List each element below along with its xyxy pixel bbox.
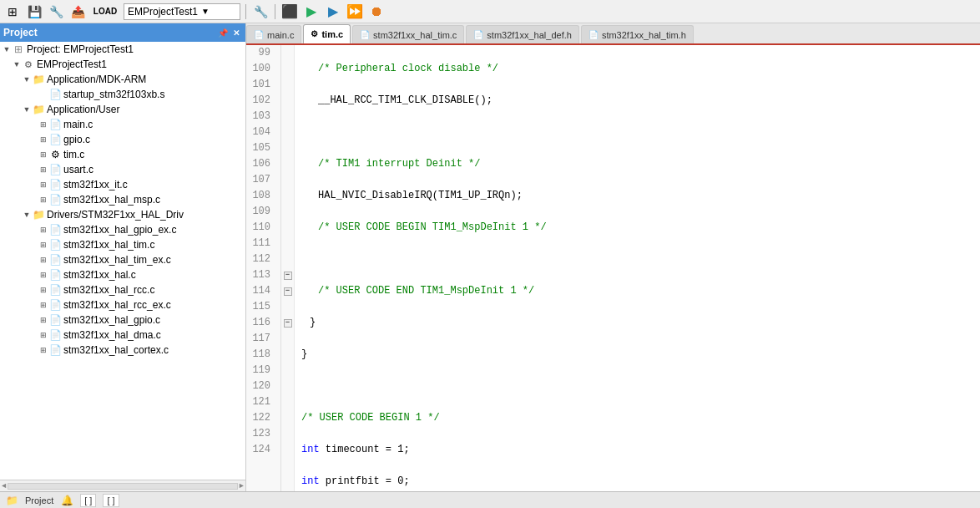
code-token: /* USER CODE BEGIN 1 */ — [301, 410, 440, 426]
tab-hal-tim-h[interactable]: 📄 stm32f1xx_hal_tim.h — [581, 25, 694, 43]
code-token: timecount = 1; — [320, 442, 410, 458]
sidebar-pin-icon[interactable]: 📌 — [217, 27, 229, 38]
ln-123: 123 — [246, 426, 275, 442]
toolbar-btn-stop[interactable]: ⬛ — [280, 3, 299, 21]
code-line-112: int printfbit = 0; — [301, 474, 980, 490]
ln-102: 102 — [246, 93, 275, 109]
ln-109: 109 — [246, 204, 275, 220]
expander-hal-gpio-ex: ⊞ — [38, 225, 48, 235]
icon-app-mdk: 📁 — [32, 73, 45, 86]
tree-item-it-c[interactable]: ⊞ 📄 stm32f1xx_it.c — [0, 177, 245, 192]
icon-tim-c: ⚙ — [48, 148, 62, 161]
collapse-114[interactable]: − — [284, 287, 292, 296]
status-icon-bell[interactable]: 🔔 — [60, 494, 73, 507]
expander-hal-c: ⊞ — [38, 270, 48, 280]
ln-105: 105 — [246, 140, 275, 156]
tab-hal-tim-c[interactable]: 📄 stm32f1xx_hal_tim.c — [352, 25, 464, 43]
col-113[interactable]: − — [281, 267, 294, 283]
col-121 — [281, 394, 294, 410]
code-line-110: /* USER CODE BEGIN 1 */ — [301, 410, 980, 426]
toolbar-btn-step[interactable]: ⏩ — [346, 3, 364, 21]
tree-item-app-user[interactable]: ▼ 📁 Application/User — [0, 102, 245, 117]
code-token: printfbit = 0; — [320, 474, 410, 490]
collapse-113[interactable]: − — [284, 272, 292, 280]
icon-hal-rcc: 📄 — [48, 283, 62, 297]
toolbar-btn-play[interactable]: ▶ — [324, 3, 342, 21]
code-line-100: __HAL_RCC_TIM1_CLK_DISABLE(); — [301, 93, 980, 109]
tree-item-startup[interactable]: ▶ 📄 startup_stm32f103xb.s — [0, 87, 245, 102]
toolbar-icon-1[interactable]: ⊞ — [3, 3, 22, 21]
tab-icon-hal-tim-c: 📄 — [360, 30, 370, 39]
ln-120: 120 — [246, 378, 275, 394]
collapse-116[interactable]: − — [284, 319, 292, 328]
tree-item-hal-tim[interactable]: ⊞ 📄 stm32f1xx_hal_tim.c — [0, 237, 245, 252]
label-emproject: EMProjectTest1 — [37, 58, 245, 70]
sidebar-title: Project — [3, 27, 38, 38]
main-area: Project 📌 ✕ ▼ ⊞ Project: EMProjectTest1 … — [0, 23, 980, 491]
label-hal-tim: stm32f1xx_hal_tim.c — [63, 239, 245, 251]
code-token: /* USER CODE END TIM1_MspDeInit 1 */ — [318, 283, 534, 299]
expander-hal-cortex: ⊞ — [38, 345, 48, 355]
ln-116: 116 — [246, 315, 275, 331]
tree-item-tim-c[interactable]: ⊞ ⚙ tim.c — [0, 147, 245, 162]
tab-label-hal-def-h: stm32f1xx_hal_def.h — [487, 30, 572, 40]
tree-item-root[interactable]: ▼ ⊞ Project: EMProjectTest1 — [0, 42, 245, 57]
tree-item-hal-dma[interactable]: ⊞ 📄 stm32f1xx_hal_dma.c — [0, 328, 245, 343]
tree-item-app-mdk[interactable]: ▼ 📁 Application/MDK-ARM — [0, 72, 245, 87]
code-line-101 — [301, 124, 980, 140]
toolbar-icon-2[interactable]: 💾 — [25, 3, 43, 21]
expander-app-user: ▼ — [22, 104, 32, 114]
toolbar-icon-load[interactable]: LOAD — [90, 3, 120, 21]
tree-item-hal-c[interactable]: ⊞ 📄 stm32f1xx_hal.c — [0, 267, 245, 282]
expander-usart-c: ⊞ — [38, 165, 48, 175]
tree-item-drivers[interactable]: ▼ 📁 Drivers/STM32F1xx_HAL_Driv — [0, 207, 245, 222]
ln-110: 110 — [246, 220, 275, 236]
tree-item-hal-gpio[interactable]: ⊞ 📄 stm32f1xx_hal_gpio.c — [0, 312, 245, 328]
toolbar-sep-1 — [245, 4, 246, 19]
icon-app-user: 📁 — [32, 103, 45, 116]
col-116[interactable]: − — [281, 315, 294, 331]
toolbar-icon-3[interactable]: 🔧 — [47, 3, 65, 21]
toolbar-icon-tools[interactable]: 🔧 — [251, 3, 270, 21]
tab-main-c[interactable]: 📄 main.c — [246, 25, 301, 43]
status-box-1[interactable]: [ ] — [80, 494, 96, 507]
tree-item-usart-c[interactable]: ⊞ 📄 usart.c — [0, 162, 245, 177]
tree-item-emproject[interactable]: ▼ ⚙ EMProjectTest1 — [0, 57, 245, 72]
tab-tim-c[interactable]: ⚙ tim.c — [303, 24, 351, 44]
tree-item-hal-gpio-ex[interactable]: ⊞ 📄 stm32f1xx_hal_gpio_ex.c — [0, 222, 245, 237]
tree-item-hal-msp-c[interactable]: ⊞ 📄 stm32f1xx_hal_msp.c — [0, 192, 245, 207]
tree-item-hal-tim-ex[interactable]: ⊞ 📄 stm32f1xx_hal_tim_ex.c — [0, 252, 245, 267]
label-hal-rcc-ex: stm32f1xx_hal_rcc_ex.c — [63, 299, 245, 311]
ln-107: 107 — [246, 172, 275, 188]
tree-item-main-c[interactable]: ⊞ 📄 main.c — [0, 117, 245, 132]
toolbar-btn-pause[interactable]: ▶ — [302, 3, 321, 21]
col-114[interactable]: − — [281, 283, 294, 299]
code-token: } — [301, 347, 307, 363]
col-115 — [281, 299, 294, 315]
tabs-bar: 📄 main.c ⚙ tim.c 📄 stm32f1xx_hal_tim.c 📄… — [246, 23, 980, 45]
tree-item-hal-rcc-ex[interactable]: ⊞ 📄 stm32f1xx_hal_rcc_ex.c — [0, 297, 245, 312]
code-content[interactable]: /* Peripheral clock disable */ __HAL_RCC… — [295, 45, 980, 491]
col-112 — [281, 251, 294, 267]
status-box-2[interactable]: [ ] — [103, 494, 119, 507]
icon-hal-gpio: 📄 — [48, 313, 62, 327]
expander-hal-rcc: ⊞ — [38, 285, 48, 295]
code-line-109 — [301, 378, 980, 394]
icon-hal-tim-ex: 📄 — [48, 253, 62, 267]
tree-item-hal-cortex[interactable]: ⊞ 📄 stm32f1xx_hal_cortex.c — [0, 343, 245, 358]
tree-item-hal-rcc[interactable]: ⊞ 📄 stm32f1xx_hal_rcc.c — [0, 282, 245, 297]
toolbar-icon-4[interactable]: 📤 — [68, 3, 87, 21]
tab-icon-hal-def-h: 📄 — [473, 30, 483, 39]
project-name-dropdown[interactable]: EMProjectTest1 ▼ — [124, 3, 240, 20]
toolbar-btn-extra[interactable]: ⏺ — [367, 3, 386, 21]
code-line-106: /* USER CODE END TIM1_MspDeInit 1 */ — [301, 283, 980, 299]
col-106 — [281, 156, 294, 172]
code-editor: 99 100 101 102 103 104 105 106 107 108 1… — [246, 45, 980, 491]
col-123 — [281, 426, 294, 442]
label-gpio-c: gpio.c — [63, 134, 245, 145]
tab-hal-def-h[interactable]: 📄 stm32f1xx_hal_def.h — [466, 25, 579, 43]
ln-119: 119 — [246, 363, 275, 378]
sidebar-close-icon[interactable]: ✕ — [230, 27, 242, 38]
tree-item-gpio-c[interactable]: ⊞ 📄 gpio.c — [0, 132, 245, 147]
icon-root: ⊞ — [12, 43, 25, 56]
